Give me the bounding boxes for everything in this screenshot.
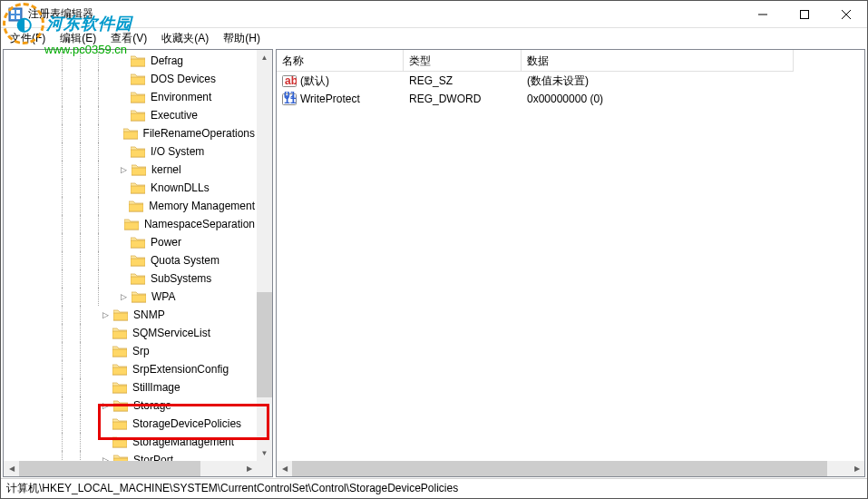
tree-item-label: SrpExtensionConfig [131, 362, 230, 377]
svg-rect-4 [16, 15, 20, 19]
column-header-type[interactable]: 类型 [404, 50, 522, 72]
tree-item[interactable]: I/O System [4, 142, 257, 161]
folder-icon [131, 91, 145, 103]
tree-item-label: Srp [131, 344, 151, 358]
tree-item[interactable]: Memory Management [4, 197, 257, 215]
scroll-up-button[interactable]: ▲ [257, 50, 272, 65]
folder-icon [112, 417, 127, 430]
tree-pane: DefragDOS DevicesEnvironmentExecutiveFil… [3, 49, 273, 477]
folder-icon [131, 145, 145, 158]
tree-item-label: SNMP [132, 308, 167, 322]
registry-tree[interactable]: DefragDOS DevicesEnvironmentExecutiveFil… [4, 50, 257, 461]
tree-item[interactable]: SrpExtensionConfig [4, 360, 257, 378]
list-horizontal-scrollbar[interactable]: ◀ ▶ [277, 461, 864, 476]
tree-vertical-scrollbar[interactable]: ▲ ▼ [257, 50, 272, 461]
scroll-corner [257, 461, 272, 476]
tree-item[interactable]: NamespaceSeparation [4, 215, 257, 233]
tree-item[interactable]: ▷Storage [4, 396, 257, 415]
list-header: 名称 类型 数据 [277, 50, 864, 72]
menu-file[interactable]: 文件(F) [3, 29, 53, 48]
tree-item[interactable]: Power [4, 233, 257, 251]
tree-item-label: kernel [150, 162, 183, 177]
expand-toggle[interactable]: ▷ [100, 455, 112, 462]
tree-item-label: Memory Management [147, 199, 257, 213]
reg-binary-icon [282, 92, 297, 106]
scroll-left-button[interactable]: ◀ [277, 461, 292, 476]
tree-item-label: DOS Devices [149, 72, 218, 86]
folder-icon [112, 345, 127, 357]
menu-edit[interactable]: 编辑(E) [53, 29, 103, 48]
svg-rect-6 [801, 11, 809, 19]
expand-toggle[interactable]: ▷ [100, 309, 112, 321]
tree-item[interactable]: StorageManagement [4, 433, 257, 451]
folder-icon [131, 254, 145, 267]
tree-item[interactable]: ▷kernel [4, 161, 257, 179]
list-row[interactable]: (默认)REG_SZ(数值未设置) [277, 72, 864, 90]
statusbar-path: 计算机\HKEY_LOCAL_MACHINE\SYSTEM\CurrentCon… [6, 481, 458, 496]
scroll-thumb[interactable] [19, 461, 200, 476]
folder-icon [124, 218, 139, 230]
folder-icon [113, 308, 128, 321]
tree-item-label: Power [149, 235, 183, 250]
tree-item-label: NamespaceSeparation [142, 217, 257, 231]
maximize-button[interactable] [784, 1, 825, 28]
svg-rect-1 [11, 10, 15, 14]
folder-icon [131, 109, 145, 122]
close-button[interactable] [825, 1, 867, 28]
tree-item-label: Environment [149, 90, 213, 104]
titlebar: 注册表编辑器 [1, 1, 867, 28]
expand-toggle[interactable]: ▷ [118, 291, 130, 303]
folder-icon [131, 272, 145, 285]
tree-item-label: Defrag [149, 54, 185, 68]
tree-item[interactable]: DOS Devices [4, 70, 257, 88]
folder-icon [123, 127, 138, 140]
tree-item-label: KnownDLLs [149, 181, 211, 195]
scroll-thumb[interactable] [292, 461, 827, 476]
svg-rect-3 [11, 15, 15, 19]
folder-icon [113, 454, 128, 461]
minimize-button[interactable] [742, 1, 784, 28]
value-type: REG_DWORD [404, 92, 522, 106]
tree-item[interactable]: Executive [4, 106, 257, 124]
tree-item[interactable]: Quota System [4, 251, 257, 269]
scroll-down-button[interactable]: ▼ [257, 445, 272, 461]
scroll-thumb[interactable] [257, 292, 272, 397]
folder-icon [132, 163, 146, 176]
tree-item[interactable]: KnownDLLs [4, 179, 257, 197]
tree-item[interactable]: Defrag [4, 52, 257, 70]
tree-item-label: I/O System [149, 144, 206, 159]
scroll-left-button[interactable]: ◀ [4, 461, 19, 476]
reg-string-icon [282, 73, 297, 88]
tree-horizontal-scrollbar[interactable]: ◀ ▶ [4, 461, 257, 476]
tree-item[interactable]: SQMServiceList [4, 324, 257, 342]
column-header-name[interactable]: 名称 [277, 50, 404, 72]
tree-item-label: Storage [132, 398, 173, 413]
expand-toggle[interactable]: ▷ [100, 400, 112, 412]
scroll-right-button[interactable]: ▶ [849, 461, 864, 476]
menu-view[interactable]: 查看(V) [103, 29, 154, 48]
tree-item[interactable]: StillImage [4, 378, 257, 396]
tree-item[interactable]: Srp [4, 342, 257, 360]
tree-item[interactable]: Environment [4, 88, 257, 106]
value-name: WriteProtect [300, 93, 360, 105]
column-header-data[interactable]: 数据 [522, 50, 794, 72]
menu-help[interactable]: 帮助(H) [216, 29, 268, 48]
tree-item[interactable]: StorageDevicePolicies [4, 415, 257, 433]
scroll-right-button[interactable]: ▶ [241, 461, 257, 476]
tree-item[interactable]: ▷StorPort [4, 451, 257, 461]
tree-item-label: Quota System [149, 253, 221, 268]
tree-item[interactable]: ▷WPA [4, 288, 257, 306]
menu-favorites[interactable]: 收藏夹(A) [154, 29, 216, 48]
folder-icon [131, 73, 145, 85]
tree-item-label: SubSystems [149, 271, 213, 286]
value-data: 0x00000000 (0) [522, 92, 794, 106]
list-row[interactable]: WriteProtectREG_DWORD0x00000000 (0) [277, 90, 864, 108]
expand-toggle[interactable]: ▷ [118, 164, 130, 176]
tree-item[interactable]: FileRenameOperations [4, 124, 257, 142]
list-body[interactable]: (默认)REG_SZ(数值未设置)WriteProtectREG_DWORD0x… [277, 72, 864, 108]
window-title: 注册表编辑器 [28, 6, 742, 22]
svg-rect-2 [16, 10, 20, 14]
tree-item[interactable]: SubSystems [4, 269, 257, 288]
tree-item[interactable]: ▷SNMP [4, 306, 257, 324]
value-type: REG_SZ [404, 73, 522, 88]
